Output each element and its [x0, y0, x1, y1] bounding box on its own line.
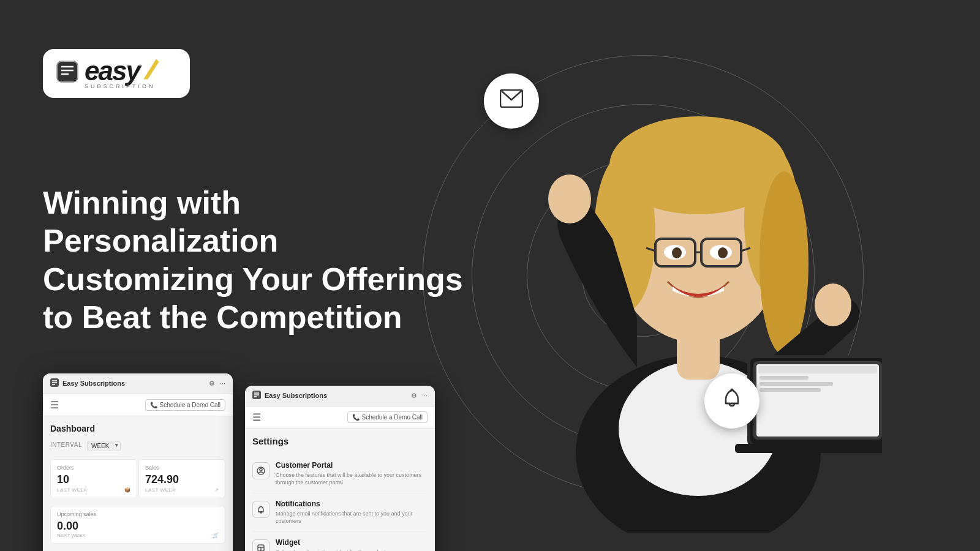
- box-icon: 📦: [124, 487, 131, 493]
- app-icon-2: [252, 391, 261, 401]
- app-title-left-2: Easy Subscriptions: [252, 391, 327, 401]
- bell-bubble: [704, 373, 760, 429]
- left-content: easy SUBSCRIPTION Winning with Personali…: [43, 0, 472, 551]
- customer-portal-content: Customer Portal Choose the features that…: [276, 461, 428, 487]
- upcoming-sub: NEXT WEEK 🛒: [57, 533, 219, 538]
- stat-orders: Orders 10 LAST WEEK 📦: [50, 459, 137, 498]
- svg-rect-32: [58, 62, 77, 81]
- menu-icon-1[interactable]: ☰: [50, 399, 59, 411]
- schedule-btn-2[interactable]: 📞 Schedule a Demo Call: [347, 411, 428, 423]
- svg-point-31: [731, 389, 734, 392]
- headline-line1: Winning with Personalization: [43, 184, 472, 260]
- interval-select-wrap[interactable]: WEEK ▾: [87, 440, 121, 451]
- widget-icon: [252, 539, 270, 551]
- logo-icon: [56, 61, 78, 87]
- notifications-desc: Manage email notifications that are sent…: [276, 510, 428, 525]
- sales-value: 724.90: [145, 473, 219, 486]
- svg-point-17: [718, 247, 728, 258]
- interval-value[interactable]: WEEK: [87, 441, 121, 451]
- settings-title: Settings: [252, 436, 428, 446]
- orders-value: 10: [57, 473, 130, 486]
- svg-rect-22: [756, 364, 879, 437]
- person-illustration: [514, 12, 882, 533]
- svg-point-28: [815, 283, 851, 326]
- svg-rect-25: [760, 382, 833, 386]
- svg-rect-23: [758, 366, 877, 373]
- logo-container: easy SUBSCRIPTION: [43, 49, 472, 98]
- app-icon-1: [50, 378, 59, 389]
- dashboard-title: Dashboard: [50, 424, 225, 433]
- sales-label: Sales: [145, 465, 219, 471]
- app-toolbar-1: ☰ 📞 Schedule a Demo Call: [43, 394, 233, 416]
- settings-item-notifications[interactable]: Notifications Manage email notifications…: [252, 493, 428, 532]
- app-toolbar-2: ☰ 📞 Schedule a Demo Call: [245, 407, 435, 429]
- svg-point-46: [260, 468, 262, 471]
- interval-label: Interval: [50, 441, 82, 448]
- mail-bubble: [484, 73, 539, 129]
- dots-icon-1[interactable]: ···: [220, 380, 225, 387]
- widget-content: Widget Select the subscription widget fo…: [276, 538, 399, 551]
- widget-title: Widget: [276, 538, 399, 547]
- upcoming-value: 0.00: [57, 520, 219, 533]
- app-window-settings: Easy Subscriptions ⚙ ··· ☰ 📞 Schedule a …: [245, 386, 435, 551]
- arrow-icon: ↗: [214, 487, 219, 493]
- settings-item-customer-portal[interactable]: Customer Portal Choose the features that…: [252, 455, 428, 493]
- cart-icon: 🛒: [213, 533, 219, 538]
- phone-icon-1: 📞: [150, 402, 157, 408]
- headline-line3: to Beat the Competition: [43, 298, 472, 336]
- notifications-icon: [252, 501, 270, 518]
- logo-text: easy: [85, 58, 140, 84]
- svg-point-8: [760, 171, 809, 355]
- settings-item-widget[interactable]: Widget Select the subscription widget fo…: [252, 532, 428, 551]
- orders-sub: LAST WEEK 📦: [57, 487, 130, 493]
- customer-portal-title: Customer Portal: [276, 461, 428, 470]
- customer-portal-icon: [252, 462, 270, 479]
- app-title-right-2: ⚙ ···: [411, 392, 428, 400]
- dashboard-body: Dashboard Interval WEEK ▾ Orders 10 LAST…: [43, 416, 233, 551]
- app-title-left-1: Easy Subscriptions: [50, 378, 125, 389]
- orders-label: Orders: [57, 465, 130, 471]
- logo-box: easy SUBSCRIPTION: [43, 49, 190, 98]
- svg-rect-26: [760, 388, 821, 392]
- notifications-title: Notifications: [276, 500, 428, 508]
- stat-sales: Sales 724.90 LAST WEEK ↗: [138, 459, 225, 498]
- svg-rect-24: [760, 376, 809, 380]
- mail-icon: [500, 89, 523, 113]
- headline-line2: Customizing Your Offerings: [43, 260, 472, 298]
- app-screenshots: Easy Subscriptions ⚙ ··· ☰ 📞 Schedule a …: [43, 373, 472, 551]
- headline: Winning with Personalization Customizing…: [43, 184, 472, 337]
- app-titlebar-1: Easy Subscriptions ⚙ ···: [43, 373, 233, 394]
- app-title-text-1: Easy Subscriptions: [62, 380, 125, 387]
- widget-desc: Select the subscription widget for the p…: [276, 549, 399, 551]
- stats-grid: Orders 10 LAST WEEK 📦 Sales 724.90 LAST …: [50, 459, 225, 498]
- phone-icon-2: 📞: [352, 414, 360, 421]
- bell-icon: [721, 388, 743, 414]
- gear-icon-1[interactable]: ⚙: [209, 380, 215, 388]
- upcoming-label: Upcoming sales: [57, 511, 219, 517]
- menu-icon-2[interactable]: ☰: [252, 411, 261, 423]
- app-window-dashboard: Easy Subscriptions ⚙ ··· ☰ 📞 Schedule a …: [43, 373, 233, 551]
- svg-rect-27: [735, 444, 882, 453]
- dots-icon-2[interactable]: ···: [422, 392, 428, 399]
- notifications-content: Notifications Manage email notifications…: [276, 500, 428, 525]
- interval-row: Interval WEEK ▾: [50, 440, 225, 451]
- settings-body: Settings Customer Portal Choose the feat…: [245, 429, 435, 551]
- upcoming-box: Upcoming sales 0.00 NEXT WEEK 🛒: [50, 506, 225, 544]
- schedule-btn-1[interactable]: 📞 Schedule a Demo Call: [145, 399, 226, 411]
- customer-portal-desc: Choose the features that will be availab…: [276, 471, 428, 487]
- app-titlebar-2: Easy Subscriptions ⚙ ···: [245, 386, 435, 407]
- gear-icon-2[interactable]: ⚙: [411, 392, 417, 400]
- svg-point-18: [548, 174, 591, 223]
- app-title-text-2: Easy Subscriptions: [265, 392, 327, 399]
- sales-sub: LAST WEEK ↗: [145, 487, 219, 493]
- logo-subtext: SUBSCRIPTION: [85, 83, 160, 89]
- app-title-right-1: ⚙ ···: [209, 380, 225, 388]
- svg-point-16: [672, 247, 682, 258]
